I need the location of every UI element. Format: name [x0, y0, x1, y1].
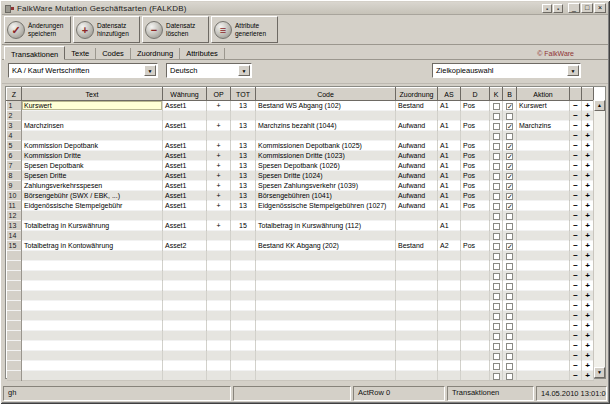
- col-header-b[interactable]: B: [503, 88, 517, 101]
- op-cell[interactable]: +: [207, 151, 231, 161]
- aktion-cell[interactable]: Kurswert: [517, 101, 570, 111]
- zuordnung-cell[interactable]: [396, 131, 438, 141]
- text-cell[interactable]: Spesen Dritte: [22, 171, 163, 181]
- k-checkbox[interactable]: [493, 163, 500, 170]
- b-checkbox[interactable]: ✓: [506, 243, 513, 250]
- generate-attributes-button[interactable]: ≡ Attributegenerieren: [211, 16, 278, 43]
- b-checkbox-cell[interactable]: [503, 361, 517, 371]
- d-cell[interactable]: [461, 271, 490, 281]
- code-cell[interactable]: [256, 351, 396, 361]
- as-cell[interactable]: A1: [438, 221, 461, 231]
- tot-cell[interactable]: [231, 271, 256, 281]
- op-cell[interactable]: [207, 231, 231, 241]
- tot-cell[interactable]: [231, 371, 256, 381]
- k-checkbox[interactable]: [493, 283, 500, 290]
- waehrung-cell[interactable]: [163, 361, 207, 371]
- aktion-cell[interactable]: [517, 191, 570, 201]
- waehrung-cell[interactable]: [163, 131, 207, 141]
- b-checkbox-cell[interactable]: [503, 291, 517, 301]
- waehrung-cell[interactable]: [163, 301, 207, 311]
- as-cell[interactable]: [438, 361, 461, 371]
- b-checkbox-cell[interactable]: ✓: [503, 191, 517, 201]
- d-cell[interactable]: [461, 341, 490, 351]
- add-row-button[interactable]: +: [582, 341, 594, 351]
- aktion-cell[interactable]: [517, 131, 570, 141]
- zuordnung-cell[interactable]: [396, 221, 438, 231]
- add-row-button[interactable]: +: [582, 351, 594, 361]
- b-checkbox[interactable]: ✓: [506, 203, 513, 210]
- b-checkbox[interactable]: [506, 113, 513, 120]
- op-cell[interactable]: +: [207, 171, 231, 181]
- zuordnung-cell[interactable]: Bestand: [396, 241, 438, 251]
- code-cell[interactable]: Kommissionen Dritte (1023): [256, 151, 396, 161]
- remove-row-button[interactable]: −: [570, 361, 582, 371]
- remove-row-button[interactable]: −: [570, 321, 582, 331]
- add-record-button[interactable]: + Datensatzhinzufügen: [73, 16, 140, 43]
- text-cell[interactable]: [22, 111, 163, 121]
- waehrung-cell[interactable]: [163, 321, 207, 331]
- d-cell[interactable]: [461, 311, 490, 321]
- zuordnung-cell[interactable]: [396, 301, 438, 311]
- d-cell[interactable]: [461, 291, 490, 301]
- code-cell[interactable]: [256, 291, 396, 301]
- business-type-select[interactable]: KA / Kauf Wertschriften ▼: [8, 63, 158, 78]
- k-checkbox[interactable]: [493, 333, 500, 340]
- d-cell[interactable]: Pos: [461, 151, 490, 161]
- d-cell[interactable]: Pos: [461, 201, 490, 211]
- zuordnung-cell[interactable]: Aufwand: [396, 171, 438, 181]
- k-checkbox-cell[interactable]: [490, 361, 503, 371]
- text-cell[interactable]: [22, 301, 163, 311]
- k-checkbox[interactable]: [493, 313, 500, 320]
- d-cell[interactable]: Pos: [461, 181, 490, 191]
- text-cell[interactable]: Spesen Depotbank: [22, 161, 163, 171]
- b-checkbox-cell[interactable]: ✓: [503, 121, 517, 131]
- b-checkbox[interactable]: [506, 303, 513, 310]
- k-checkbox[interactable]: [493, 143, 500, 150]
- aktion-cell[interactable]: [517, 331, 570, 341]
- d-cell[interactable]: [461, 351, 490, 361]
- text-cell[interactable]: [22, 131, 163, 141]
- b-checkbox-cell[interactable]: [503, 261, 517, 271]
- remove-row-button[interactable]: −: [570, 251, 582, 261]
- zuordnung-cell[interactable]: [396, 331, 438, 341]
- d-cell[interactable]: [461, 361, 490, 371]
- b-checkbox-cell[interactable]: [503, 341, 517, 351]
- b-checkbox[interactable]: [506, 133, 513, 140]
- col-header-waehrung[interactable]: Währung: [163, 88, 207, 101]
- add-row-button[interactable]: +: [582, 191, 594, 201]
- add-row-button[interactable]: +: [582, 181, 594, 191]
- tot-cell[interactable]: [231, 111, 256, 121]
- b-checkbox-cell[interactable]: ✓: [503, 101, 517, 111]
- k-checkbox-cell[interactable]: [490, 161, 503, 171]
- tot-cell[interactable]: [231, 291, 256, 301]
- d-cell[interactable]: [461, 371, 490, 381]
- code-cell[interactable]: Bestand WS Abgang (102): [256, 101, 396, 111]
- aktion-cell[interactable]: [517, 271, 570, 281]
- op-cell[interactable]: [207, 251, 231, 261]
- k-checkbox[interactable]: [493, 343, 500, 350]
- k-checkbox-cell[interactable]: [490, 211, 503, 221]
- code-cell[interactable]: Spesen Zahlungsverkehr (1039): [256, 181, 396, 191]
- remove-row-button[interactable]: −: [570, 121, 582, 131]
- remove-row-button[interactable]: −: [570, 301, 582, 311]
- b-checkbox[interactable]: [506, 273, 513, 280]
- k-checkbox[interactable]: [493, 153, 500, 160]
- col-header-zuordnung[interactable]: Zuordnung: [396, 88, 438, 101]
- op-cell[interactable]: [207, 331, 231, 341]
- as-cell[interactable]: [438, 291, 461, 301]
- col-header-op[interactable]: OP: [207, 88, 231, 101]
- b-checkbox[interactable]: [506, 313, 513, 320]
- tot-cell[interactable]: [231, 341, 256, 351]
- waehrung-cell[interactable]: Asset1: [163, 151, 207, 161]
- as-cell[interactable]: [438, 301, 461, 311]
- op-cell[interactable]: [207, 341, 231, 351]
- zuordnung-cell[interactable]: [396, 321, 438, 331]
- chevron-down-icon[interactable]: ▼: [567, 65, 579, 76]
- k-checkbox-cell[interactable]: [490, 341, 503, 351]
- d-cell[interactable]: Pos: [461, 191, 490, 201]
- waehrung-cell[interactable]: Asset1: [163, 141, 207, 151]
- add-row-button[interactable]: +: [582, 211, 594, 221]
- tot-cell[interactable]: [231, 241, 256, 251]
- zuordnung-cell[interactable]: Aufwand: [396, 191, 438, 201]
- d-cell[interactable]: Pos: [461, 241, 490, 251]
